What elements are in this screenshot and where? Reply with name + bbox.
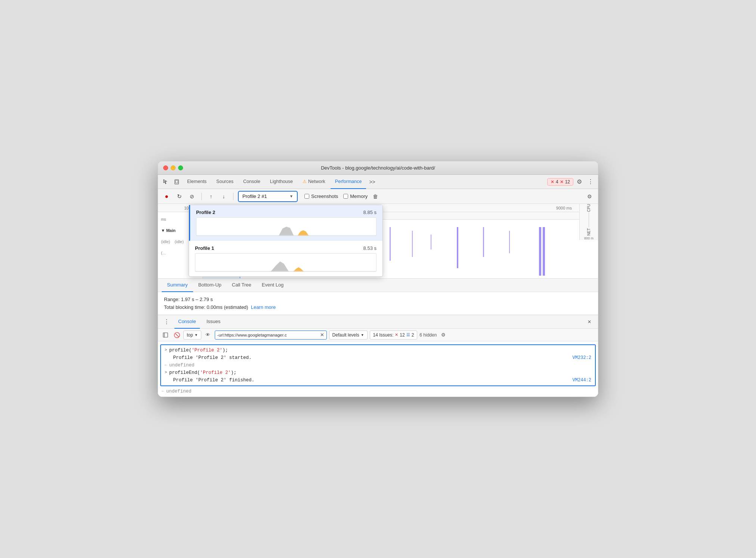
svg-rect-1 bbox=[176, 180, 178, 183]
sidebar-toggle-button[interactable] bbox=[161, 331, 170, 340]
download-button[interactable]: ↓ bbox=[219, 192, 229, 201]
console-group: > profile('Profile 2'); Profile 'Profile… bbox=[160, 344, 596, 386]
filter-clear-icon[interactable]: ✕ bbox=[320, 332, 324, 338]
context-dropdown[interactable]: top ▼ bbox=[183, 331, 201, 340]
issues-count-badge[interactable]: 14 Issues: ✕ 12 ☰ 2 bbox=[370, 331, 418, 340]
command-arrow-2: > bbox=[165, 369, 167, 376]
devtools-window: DevTools - blog.google/technology/ai/cod… bbox=[158, 161, 598, 397]
vm232-link[interactable]: VM232:2 bbox=[573, 354, 591, 361]
toolbar-divider-2 bbox=[233, 193, 233, 200]
console-line: > profileEnd('Profile 2'); bbox=[161, 369, 595, 376]
tab-sources[interactable]: Sources bbox=[212, 175, 238, 189]
net-label: NET bbox=[587, 228, 591, 236]
error-count-icon: ✕ bbox=[395, 332, 398, 337]
console-menu-button[interactable]: ⋮ bbox=[162, 317, 171, 327]
warning-icon: ⚠ bbox=[303, 179, 307, 184]
console-section: ⋮ Console Issues × 🚫 top ▼ 👁 -url:https:… bbox=[158, 315, 598, 397]
hidden-count[interactable]: 6 hidden bbox=[419, 332, 437, 338]
console-filter-input[interactable]: -url:https://www.googletagmanager.c ✕ bbox=[215, 331, 327, 340]
tab-event-log[interactable]: Event Log bbox=[257, 279, 289, 292]
console-line: Profile 'Profile 2' started. VM232:2 bbox=[161, 354, 595, 362]
tab-lighthouse[interactable]: Lighthouse bbox=[266, 175, 297, 189]
perf-settings-button[interactable]: ⚙ bbox=[585, 192, 594, 201]
result-arrow: ← bbox=[165, 362, 167, 369]
learn-more-link[interactable]: Learn more bbox=[251, 304, 276, 310]
screenshots-input[interactable] bbox=[304, 194, 309, 199]
log-levels-arrow: ▼ bbox=[361, 333, 364, 337]
tab-summary[interactable]: Summary bbox=[162, 279, 193, 292]
svg-rect-10 bbox=[163, 333, 168, 337]
command-arrow: > bbox=[165, 347, 167, 354]
record-button[interactable]: ● bbox=[162, 192, 171, 201]
task-bar bbox=[390, 227, 391, 261]
devtools-tabbar: Elements Sources Console Lighthouse ⚠ Ne… bbox=[158, 175, 598, 189]
inspect-icon[interactable] bbox=[160, 177, 171, 187]
clear-button[interactable]: ⊘ bbox=[187, 192, 197, 201]
profile-1-chart bbox=[195, 253, 377, 272]
profile-item-1[interactable]: Profile 1 8.53 s bbox=[189, 241, 382, 276]
output-text: Profile 'Profile 2' started. bbox=[165, 354, 252, 361]
console-settings-button[interactable]: ⚙ bbox=[439, 331, 448, 340]
vm244-link[interactable]: VM244:2 bbox=[573, 377, 591, 384]
tab-call-tree[interactable]: Call Tree bbox=[227, 279, 257, 292]
blocking-time-text: Total blocking time: 0.00ms (estimated) … bbox=[164, 304, 592, 310]
ruler-mark-9000: 9000 ms bbox=[556, 206, 572, 210]
console-tab[interactable]: Console bbox=[174, 315, 200, 329]
profile-dropdown[interactable]: Profile 2 #1 ▼ bbox=[238, 191, 298, 202]
console-header: ⋮ Console Issues × bbox=[158, 315, 598, 329]
console-line: ← undefined bbox=[161, 362, 595, 369]
tab-bottom-up[interactable]: Bottom-Up bbox=[193, 279, 227, 292]
task-bar-major-end bbox=[539, 227, 541, 276]
titlebar: DevTools - blog.google/technology/ai/cod… bbox=[158, 161, 598, 175]
traffic-lights bbox=[163, 165, 183, 170]
task-bar bbox=[431, 235, 431, 249]
warning-count-icon: ✕ bbox=[560, 179, 564, 185]
checkbox-group: Screenshots Memory bbox=[304, 193, 368, 199]
task-bar-major-end2 bbox=[543, 227, 545, 276]
final-arrow: ← bbox=[162, 388, 164, 395]
profile-item-2[interactable]: Profile 2 8.85 s bbox=[189, 205, 382, 241]
tab-performance[interactable]: Performance bbox=[331, 175, 366, 189]
perf-toolbar: ● ↻ ⊘ ↑ ↓ Profile 2 #1 ▼ Screenshots Mem… bbox=[158, 189, 598, 204]
analysis-tabs: Summary Bottom-Up Call Tree Event Log bbox=[158, 279, 598, 292]
error-icon: ✕ bbox=[551, 179, 554, 185]
output-text-2: Profile 'Profile 2' finished. bbox=[165, 377, 254, 384]
profile-2-chart bbox=[196, 217, 377, 236]
upload-button[interactable]: ↑ bbox=[206, 192, 216, 201]
cpu-label: CPU bbox=[587, 204, 591, 212]
memory-input[interactable] bbox=[343, 194, 348, 199]
memory-checkbox[interactable]: Memory bbox=[343, 193, 368, 199]
close-console-button[interactable]: × bbox=[585, 317, 594, 327]
log-levels-dropdown[interactable]: Default levels ▼ bbox=[329, 331, 368, 340]
device-icon[interactable] bbox=[171, 177, 182, 187]
close-button[interactable] bbox=[163, 165, 168, 170]
maximize-button[interactable] bbox=[178, 165, 183, 170]
issues-tab[interactable]: Issues bbox=[203, 315, 224, 329]
profile-dropdown-menu: Profile 2 8.85 s Profile 1 bbox=[189, 205, 383, 277]
tab-elements[interactable]: Elements bbox=[183, 175, 211, 189]
final-text: undefined bbox=[166, 388, 192, 395]
console-toolbar: 🚫 top ▼ 👁 -url:https://www.googletagmana… bbox=[158, 329, 598, 341]
task-bar bbox=[509, 231, 510, 253]
range-text: Range: 1.97 s – 2.79 s bbox=[164, 297, 592, 302]
info-count-icon: ☰ bbox=[406, 332, 410, 337]
delete-profile-button[interactable]: 🗑 bbox=[371, 192, 380, 201]
minimize-button[interactable] bbox=[171, 165, 176, 170]
console-line-final: ← undefined bbox=[158, 388, 598, 395]
error-badge[interactable]: ✕ 4 ✕ 12 bbox=[547, 178, 573, 186]
screenshots-checkbox[interactable]: Screenshots bbox=[304, 193, 338, 199]
window-title: DevTools - blog.google/technology/ai/cod… bbox=[321, 165, 435, 171]
settings-button[interactable]: ⚙ bbox=[574, 177, 585, 187]
tab-console[interactable]: Console bbox=[239, 175, 265, 189]
clear-console-button[interactable]: 🚫 bbox=[172, 331, 181, 340]
context-dropdown-arrow: ▼ bbox=[195, 333, 198, 337]
task-bar bbox=[412, 231, 413, 257]
task-bar-major bbox=[457, 227, 458, 268]
eye-button[interactable]: 👁 bbox=[204, 331, 213, 340]
more-options-button[interactable]: ⋮ bbox=[585, 177, 596, 187]
more-tabs-button[interactable]: >> bbox=[367, 175, 377, 189]
task-bar bbox=[483, 227, 484, 257]
tab-network[interactable]: ⚠ Network bbox=[298, 175, 330, 189]
console-line: > profile('Profile 2'); bbox=[161, 347, 595, 354]
reload-record-button[interactable]: ↻ bbox=[174, 192, 184, 201]
